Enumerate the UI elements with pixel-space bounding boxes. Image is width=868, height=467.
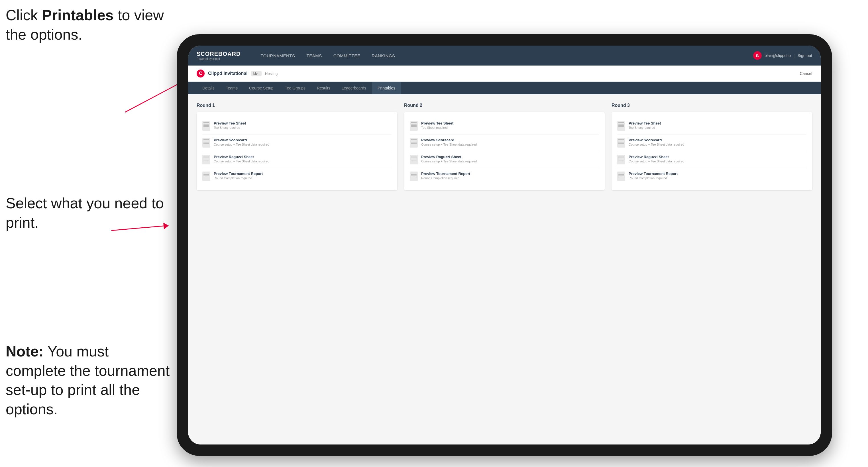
- clippd-logo: C: [197, 69, 205, 77]
- round-2-scorecard[interactable]: Preview Scorecard Course setup + Tee She…: [410, 134, 599, 151]
- report-name-r2: Preview Tournament Report: [421, 172, 470, 176]
- report-req-r3: Round Completion required: [629, 176, 678, 180]
- tab-bar: Details Teams Course Setup Tee Groups Re…: [188, 82, 821, 94]
- report-icon-r3: [617, 172, 625, 181]
- scorecard-name: Preview Scorecard: [214, 138, 269, 142]
- scorecard-icon-r3: [617, 138, 625, 148]
- raguzzi-name: Preview Raguzzi Sheet: [214, 155, 269, 159]
- user-email: blair@clippd.io: [765, 53, 791, 58]
- report-text-r3: Preview Tournament Report Round Completi…: [629, 172, 678, 180]
- logo-title: SCOREBOARD: [197, 51, 241, 57]
- hosting-badge: Hosting: [265, 71, 278, 76]
- user-avatar: B: [753, 51, 762, 60]
- raguzzi-name-r2: Preview Raguzzi Sheet: [421, 155, 477, 159]
- raguzzi-text: Preview Raguzzi Sheet Course setup + Tee…: [214, 155, 269, 163]
- nav-committee[interactable]: COMMITTEE: [328, 45, 366, 65]
- tab-printables[interactable]: Printables: [372, 82, 401, 94]
- scorecard-req-r2: Course setup + Tee Sheet data required: [421, 143, 477, 146]
- printables-bold: Printables: [42, 7, 114, 23]
- tab-details[interactable]: Details: [197, 82, 220, 94]
- note-bold: Note:: [6, 343, 43, 360]
- scoreboard-logo: SCOREBOARD Powered by clippd: [197, 51, 241, 60]
- round-1-scorecard[interactable]: Preview Scorecard Course setup + Tee She…: [202, 134, 392, 151]
- report-icon: [202, 172, 210, 181]
- round-1-card: Preview Tee Sheet Tee Sheet required Pre…: [197, 112, 397, 190]
- round-2-column: Round 2 Preview Tee Sheet Tee Sheet requ…: [404, 103, 605, 190]
- tournament-title: Clippd Invitational: [208, 71, 248, 76]
- nav-teams[interactable]: TEAMS: [301, 45, 328, 65]
- sign-out-link[interactable]: Sign out: [798, 53, 812, 58]
- tee-sheet-req-r2: Tee Sheet required: [421, 126, 454, 129]
- tab-tee-groups[interactable]: Tee Groups: [279, 82, 311, 94]
- round-3-tournament-report[interactable]: Preview Tournament Report Round Completi…: [617, 168, 806, 185]
- tab-leaderboards[interactable]: Leaderboards: [336, 82, 372, 94]
- rounds-grid: Round 1 Preview Tee Sheet Tee Sheet requ…: [197, 103, 812, 190]
- round-3-scorecard[interactable]: Preview Scorecard Course setup + Tee She…: [617, 134, 806, 151]
- tab-course-setup[interactable]: Course Setup: [243, 82, 279, 94]
- scorecard-text-r3: Preview Scorecard Course setup + Tee She…: [629, 138, 684, 146]
- report-text: Preview Tournament Report Round Completi…: [214, 172, 263, 180]
- scorecard-text-r2: Preview Scorecard Course setup + Tee She…: [421, 138, 477, 146]
- annotation-bottom: Note: You must complete the tournament s…: [6, 342, 171, 419]
- round-2-raguzzi[interactable]: Preview Raguzzi Sheet Course setup + Tee…: [410, 151, 599, 168]
- logo-subtitle: Powered by clippd: [197, 57, 241, 60]
- raguzzi-icon-r3: [617, 155, 625, 164]
- tablet-screen: SCOREBOARD Powered by clippd TOURNAMENTS…: [188, 45, 821, 444]
- tee-sheet-name: Preview Tee Sheet: [214, 121, 246, 125]
- round-3-column: Round 3 Preview Tee Sheet Tee Sheet requ…: [612, 103, 812, 190]
- scorecard-req: Course setup + Tee Sheet data required: [214, 143, 269, 146]
- nav-rankings[interactable]: RANKINGS: [366, 45, 401, 65]
- tee-sheet-req: Tee Sheet required: [214, 126, 246, 129]
- scorecard-name-r3: Preview Scorecard: [629, 138, 684, 142]
- tournament-header: C Clippd Invitational Men Hosting Cancel: [188, 65, 821, 82]
- tournament-name-area: C Clippd Invitational Men Hosting: [197, 69, 278, 77]
- tee-sheet-req-r3: Tee Sheet required: [629, 126, 661, 129]
- round-1-tournament-report[interactable]: Preview Tournament Report Round Completi…: [202, 168, 392, 185]
- tournament-badge: Men: [251, 71, 261, 76]
- round-3-tee-sheet[interactable]: Preview Tee Sheet Tee Sheet required: [617, 118, 806, 134]
- scorecard-req-r3: Course setup + Tee Sheet data required: [629, 143, 684, 146]
- raguzzi-req: Course setup + Tee Sheet data required: [214, 160, 269, 163]
- report-icon-r2: [410, 172, 418, 181]
- tee-sheet-text-r2: Preview Tee Sheet Tee Sheet required: [421, 121, 454, 129]
- round-1-column: Round 1 Preview Tee Sheet Tee Sheet requ…: [197, 103, 397, 190]
- round-2-tournament-report[interactable]: Preview Tournament Report Round Completi…: [410, 168, 599, 185]
- main-content: Round 1 Preview Tee Sheet Tee Sheet requ…: [188, 94, 821, 444]
- report-name-r3: Preview Tournament Report: [629, 172, 678, 176]
- top-navigation: SCOREBOARD Powered by clippd TOURNAMENTS…: [188, 45, 821, 65]
- scorecard-text: Preview Scorecard Course setup + Tee She…: [214, 138, 269, 146]
- tab-results[interactable]: Results: [311, 82, 336, 94]
- round-3-card: Preview Tee Sheet Tee Sheet required Pre…: [612, 112, 812, 190]
- nav-user-area: B blair@clippd.io | Sign out: [753, 51, 812, 60]
- annotation-middle: Select what you need to print.: [6, 194, 171, 232]
- report-name: Preview Tournament Report: [214, 172, 263, 176]
- raguzzi-req-r2: Course setup + Tee Sheet data required: [421, 160, 477, 163]
- round-1-tee-sheet[interactable]: Preview Tee Sheet Tee Sheet required: [202, 118, 392, 134]
- scorecard-icon-r2: [410, 138, 418, 148]
- annotation-top: Click Printables to view the options.: [6, 6, 171, 44]
- tab-teams[interactable]: Teams: [220, 82, 243, 94]
- tee-sheet-name-r3: Preview Tee Sheet: [629, 121, 661, 125]
- nav-separator: |: [794, 53, 795, 58]
- raguzzi-icon-r2: [410, 155, 418, 164]
- tee-sheet-icon-r2: [410, 121, 418, 131]
- round-2-title: Round 2: [404, 103, 605, 108]
- scorecard-icon: [202, 138, 210, 148]
- tee-sheet-icon: [202, 121, 210, 131]
- report-req: Round Completion required: [214, 176, 263, 180]
- cancel-button[interactable]: Cancel: [800, 71, 812, 76]
- round-1-title: Round 1: [197, 103, 397, 108]
- raguzzi-name-r3: Preview Raguzzi Sheet: [629, 155, 684, 159]
- tee-sheet-icon-r3: [617, 121, 625, 131]
- nav-tournaments[interactable]: TOURNAMENTS: [255, 45, 301, 65]
- raguzzi-icon: [202, 155, 210, 164]
- round-1-raguzzi[interactable]: Preview Raguzzi Sheet Course setup + Tee…: [202, 151, 392, 168]
- tee-sheet-text: Preview Tee Sheet Tee Sheet required: [214, 121, 246, 129]
- raguzzi-text-r3: Preview Raguzzi Sheet Course setup + Tee…: [629, 155, 684, 163]
- round-2-tee-sheet[interactable]: Preview Tee Sheet Tee Sheet required: [410, 118, 599, 134]
- report-req-r2: Round Completion required: [421, 176, 470, 180]
- round-3-raguzzi[interactable]: Preview Raguzzi Sheet Course setup + Tee…: [617, 151, 806, 168]
- raguzzi-text-r2: Preview Raguzzi Sheet Course setup + Tee…: [421, 155, 477, 163]
- tee-sheet-name-r2: Preview Tee Sheet: [421, 121, 454, 125]
- tablet-device: SCOREBOARD Powered by clippd TOURNAMENTS…: [177, 34, 832, 456]
